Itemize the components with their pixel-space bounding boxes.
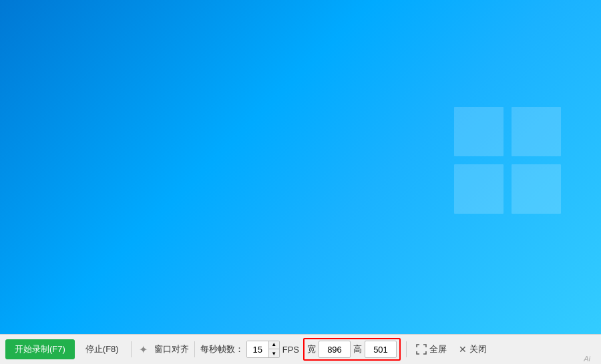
fps-input-wrap: ▲ ▼ <box>246 341 280 358</box>
separator-2 <box>194 341 195 357</box>
height-input[interactable] <box>365 341 397 358</box>
desktop <box>0 0 601 334</box>
start-record-button[interactable]: 开始录制(F7) <box>5 339 75 359</box>
taskbar: 开始录制(F7) 停止(F8) ✦ 窗口对齐 每秒帧数： ▲ ▼ FPS 宽 高… <box>0 334 601 364</box>
fps-spinners: ▲ ▼ <box>268 341 279 358</box>
close-button[interactable]: ✕ 关闭 <box>455 341 491 358</box>
windows-logo <box>454 107 561 214</box>
fullscreen-icon <box>416 344 427 355</box>
align-label: 窗口对齐 <box>154 343 189 355</box>
ai-watermark: Ai <box>584 355 590 363</box>
fps-control: 每秒帧数： ▲ ▼ FPS <box>200 341 299 358</box>
separator-1 <box>131 341 132 357</box>
close-label: 关闭 <box>469 343 487 355</box>
align-icon: ✦ <box>137 343 150 356</box>
fps-down-button[interactable]: ▼ <box>268 349 279 358</box>
fps-input[interactable] <box>247 341 268 357</box>
width-input[interactable] <box>319 341 351 358</box>
stop-record-button[interactable]: 停止(F8) <box>79 339 126 359</box>
fullscreen-button[interactable]: 全屏 <box>412 341 451 358</box>
fps-unit-label: FPS <box>282 345 299 355</box>
width-label: 宽 <box>307 343 316 355</box>
height-label: 高 <box>353 343 362 355</box>
fps-up-button[interactable]: ▲ <box>268 341 279 349</box>
fullscreen-label: 全屏 <box>429 343 447 355</box>
fps-label: 每秒帧数： <box>200 343 244 355</box>
separator-3 <box>406 341 407 357</box>
close-icon: ✕ <box>459 344 467 355</box>
dimension-section: 宽 高 <box>303 338 401 361</box>
